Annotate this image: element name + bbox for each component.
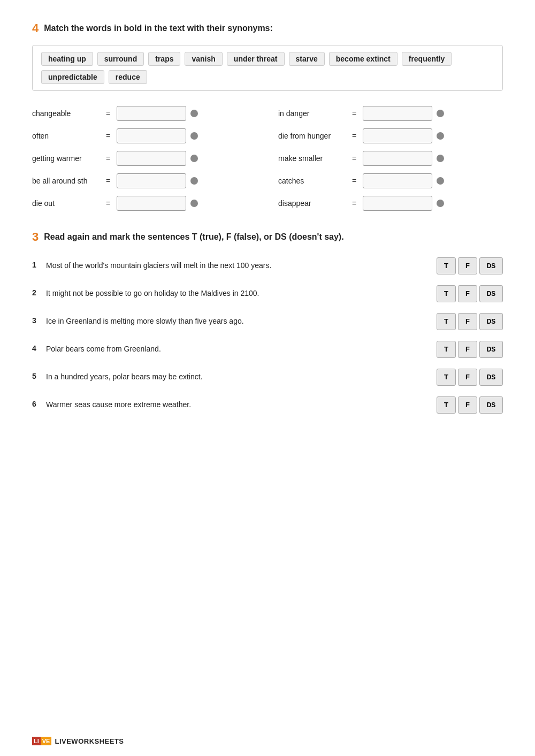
tf-row: 4Polar bears come from Greenland.TFDS [32, 341, 503, 358]
section-3-header: 3 Read again and mark the sentences T (t… [32, 230, 503, 244]
tf-row: 1Most of the world's mountain glaciers w… [32, 257, 503, 274]
tf-button-ds[interactable]: DS [479, 313, 503, 330]
match-label: make smaller [278, 154, 348, 163]
tf-number: 4 [32, 344, 42, 353]
tf-button-ds[interactable]: DS [479, 369, 503, 386]
tf-row: 5In a hundred years, polar bears may be … [32, 369, 503, 386]
match-input-left[interactable] [117, 151, 186, 166]
tf-number: 6 [32, 400, 42, 408]
match-row-left: often= [32, 128, 257, 143]
tf-text-area: 5In a hundred years, polar bears may be … [32, 372, 426, 383]
match-row-left: be all around sth= [32, 173, 257, 188]
word-tag[interactable]: under threat [227, 52, 285, 66]
tf-button-t[interactable]: T [437, 285, 456, 302]
tf-buttons: TFDS [437, 313, 503, 330]
tf-text-area: 1Most of the world's mountain glaciers w… [32, 261, 426, 271]
tf-text-area: 4Polar bears come from Greenland. [32, 344, 426, 355]
word-tag[interactable]: heating up [41, 52, 93, 66]
match-label: changeable [32, 109, 102, 118]
tf-button-ds[interactable]: DS [479, 341, 503, 358]
match-row-left: die out= [32, 196, 257, 211]
match-input-right[interactable] [363, 151, 432, 166]
tf-button-f[interactable]: F [458, 313, 477, 330]
match-row-right: make smaller= [278, 151, 503, 166]
section-3-title: Read again and mark the sentences T (tru… [44, 230, 343, 242]
word-tag[interactable]: traps [148, 52, 180, 66]
word-tag[interactable]: surround [97, 52, 144, 66]
tf-text-area: 2It might not be possible to go on holid… [32, 288, 426, 299]
tf-button-t[interactable]: T [437, 369, 456, 386]
word-bank: heating upsurroundtrapsvanishunder threa… [32, 45, 503, 91]
section-4-title: Match the words in bold in the text with… [44, 21, 273, 33]
match-row-left: getting warmer= [32, 151, 257, 166]
tf-button-f[interactable]: F [458, 285, 477, 302]
match-circle [190, 110, 198, 117]
footer: LI VE LIVEWORKSHEETS [32, 737, 124, 745]
tf-buttons: TFDS [437, 396, 503, 414]
match-input-right[interactable] [363, 196, 432, 211]
word-tag[interactable]: frequently [402, 52, 452, 66]
match-input-left[interactable] [117, 196, 186, 211]
tf-number: 3 [32, 316, 42, 325]
match-row-right: in danger= [278, 106, 503, 121]
tf-button-f[interactable]: F [458, 257, 477, 274]
match-equals: = [352, 154, 356, 163]
tf-button-t[interactable]: T [437, 257, 456, 274]
tf-button-ds[interactable]: DS [479, 257, 503, 274]
match-equals: = [352, 109, 356, 118]
match-label: getting warmer [32, 154, 102, 163]
match-circle [190, 177, 198, 185]
tf-number: 2 [32, 288, 42, 297]
word-tag[interactable]: starve [289, 52, 325, 66]
footer-text: LIVEWORKSHEETS [55, 737, 124, 745]
match-equals: = [106, 132, 110, 140]
tf-button-f[interactable]: F [458, 396, 477, 414]
match-area: changeable=often=getting warmer=be all a… [32, 106, 503, 211]
match-row-right: die from hunger= [278, 128, 503, 143]
tf-button-t[interactable]: T [437, 396, 456, 414]
match-label: die from hunger [278, 132, 348, 140]
word-tag[interactable]: vanish [185, 52, 222, 66]
tf-button-ds[interactable]: DS [479, 285, 503, 302]
tf-sentence: Polar bears come from Greenland. [46, 344, 161, 355]
match-circle [190, 200, 198, 207]
tf-button-t[interactable]: T [437, 313, 456, 330]
match-input-left[interactable] [117, 128, 186, 143]
tf-button-t[interactable]: T [437, 341, 456, 358]
match-equals: = [106, 177, 110, 185]
match-equals: = [106, 109, 110, 118]
logo-yellow: VE [41, 737, 52, 745]
tf-button-f[interactable]: F [458, 341, 477, 358]
match-row-right: catches= [278, 173, 503, 188]
match-equals: = [352, 177, 356, 185]
word-tag[interactable]: become extinct [329, 52, 398, 66]
tf-buttons: TFDS [437, 341, 503, 358]
match-circle [437, 177, 444, 185]
tf-row: 3Ice in Greenland is melting more slowly… [32, 313, 503, 330]
match-circle [437, 110, 444, 117]
word-tag[interactable]: unpredictable [41, 70, 104, 84]
section-3-number: 3 [32, 230, 39, 244]
match-circle [190, 132, 198, 140]
section-4-header: 4 Match the words in bold in the text wi… [32, 21, 503, 35]
section-3: 3 Read again and mark the sentences T (t… [32, 230, 503, 413]
footer-logo: LI VE [32, 737, 51, 745]
match-input-left[interactable] [117, 173, 186, 188]
match-circle [190, 155, 198, 162]
tf-number: 5 [32, 372, 42, 380]
word-tag[interactable]: reduce [109, 70, 147, 84]
tf-buttons: TFDS [437, 285, 503, 302]
tf-button-ds[interactable]: DS [479, 396, 503, 414]
match-input-right[interactable] [363, 128, 432, 143]
match-equals: = [352, 132, 356, 140]
tf-button-f[interactable]: F [458, 369, 477, 386]
match-input-left[interactable] [117, 106, 186, 121]
section-4-number: 4 [32, 21, 39, 35]
match-left-col: changeable=often=getting warmer=be all a… [32, 106, 257, 211]
match-input-right[interactable] [363, 173, 432, 188]
match-equals: = [106, 154, 110, 163]
tf-text-area: 3Ice in Greenland is melting more slowly… [32, 316, 426, 327]
tf-buttons: TFDS [437, 257, 503, 274]
match-input-right[interactable] [363, 106, 432, 121]
tf-sentence: It might not be possible to go on holida… [46, 288, 259, 299]
